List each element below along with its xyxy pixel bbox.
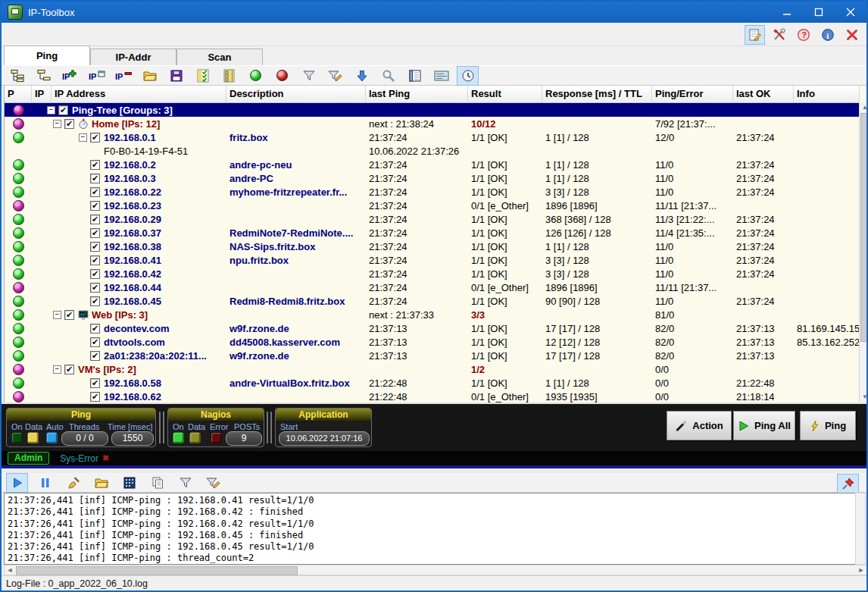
col-last-ping[interactable]: last Ping <box>366 86 468 102</box>
edit-ip-icon[interactable]: IP <box>86 66 108 86</box>
row-checkbox[interactable]: ✔ <box>90 378 100 388</box>
edit-note-icon[interactable] <box>745 25 765 45</box>
col-info[interactable]: Info <box>794 86 860 102</box>
hscroll-thumb[interactable] <box>16 566 298 575</box>
checklist-icon[interactable] <box>192 66 214 86</box>
table-row[interactable]: ✔192.168.0.2921:37:241/1 [OK]368 [368] /… <box>5 212 860 226</box>
table-row[interactable]: ✔2a01:238:20a:202:11...w9f.rzone.de21:37… <box>5 349 860 362</box>
row-checkbox[interactable]: ✔ <box>90 351 100 361</box>
expand-tree-icon[interactable] <box>6 66 28 86</box>
help-icon[interactable]: ? <box>793 25 813 45</box>
maximize-button[interactable] <box>803 2 835 23</box>
col-response[interactable]: Response [ms] / TTL <box>542 86 652 102</box>
open-folder-icon[interactable] <box>90 473 112 493</box>
row-checkbox[interactable]: ✔ <box>64 119 74 129</box>
table-row[interactable]: −✔192.168.0.1fritz.box21:37:241/1 [OK]1 … <box>5 130 860 144</box>
row-checkbox[interactable]: ✔ <box>90 324 100 334</box>
row-checkbox[interactable]: ✔ <box>64 310 74 320</box>
row-checkbox[interactable]: ✔ <box>90 337 100 347</box>
row-checkbox[interactable]: ✔ <box>90 242 100 252</box>
table-row[interactable]: ✔dtvtools.comdd45008.kasserver.com21:37:… <box>5 335 860 349</box>
table-row[interactable]: ✔192.168.0.2andre-pc-neu21:37:241/1 [OK]… <box>5 158 860 171</box>
tools-icon[interactable] <box>769 25 789 45</box>
table-row[interactable]: ✔192.168.0.4221:37:241/1 [OK]3 [3] / 128… <box>5 267 860 280</box>
remove-ip-icon[interactable]: IP <box>112 66 134 86</box>
row-checkbox[interactable]: ✔ <box>90 133 100 143</box>
col-ip[interactable]: IP <box>32 86 52 102</box>
table-row[interactable]: ✔192.168.0.22myhome-fritzrepeater.fr...2… <box>5 185 860 199</box>
action-button[interactable]: Action <box>667 411 732 440</box>
start-icon[interactable] <box>245 66 267 86</box>
table-vertical-scrollbar[interactable]: ▲ ▼ <box>859 102 868 402</box>
row-checkbox[interactable]: ✔ <box>90 201 100 211</box>
row-checkbox[interactable]: ✔ <box>90 187 100 197</box>
exit-icon[interactable] <box>841 25 862 45</box>
row-checkbox[interactable]: ✔ <box>90 269 100 279</box>
col-description[interactable]: Description <box>226 86 366 102</box>
pause-icon[interactable] <box>34 473 56 493</box>
open-folder-icon[interactable] <box>139 66 161 86</box>
table-row[interactable]: ✔192.168.0.58andre-VirtualBox.fritz.box2… <box>5 376 860 390</box>
table-row[interactable]: F0-B0-14-19-F4-5110.06.2022 21:37:26 <box>5 144 860 158</box>
row-checkbox[interactable]: ✔ <box>90 255 100 265</box>
row-checkbox[interactable]: ✔ <box>64 365 74 374</box>
tree-expander[interactable]: − <box>53 365 61 374</box>
note-icon[interactable] <box>430 66 452 86</box>
minimize-button[interactable] <box>771 2 803 23</box>
col-last-ok[interactable]: last OK <box>733 86 794 102</box>
table-row[interactable]: −✔VM's [IPs: 2]1/20/0 <box>5 362 860 376</box>
ping-all-button[interactable]: Ping All <box>733 411 795 440</box>
table-row[interactable]: −✔Web [IPs: 3]next : 21:37:333/381/0 <box>5 308 860 321</box>
row-checkbox[interactable]: ✔ <box>90 228 100 238</box>
table-row[interactable]: ✔decontev.comw9f.rzone.de21:37:131/1 [OK… <box>5 321 860 335</box>
filter-edit-icon[interactable] <box>324 66 346 86</box>
row-checkbox[interactable]: ✔ <box>90 160 100 170</box>
grid-icon[interactable] <box>118 473 140 493</box>
log-output[interactable]: 21:37:26,441 [inf] ICMP-ping : 192.168.0… <box>4 493 857 565</box>
save-icon[interactable] <box>165 66 187 86</box>
log-vertical-scrollbar[interactable] <box>855 493 866 565</box>
table-row[interactable]: ✔192.168.0.2321:37:240/1 [e_Other]1896 [… <box>5 199 860 212</box>
scroll-thumb[interactable] <box>860 113 868 342</box>
pin-icon[interactable] <box>837 474 859 493</box>
list-icon[interactable] <box>218 66 240 86</box>
scroll-up-arrow[interactable]: ▲ <box>860 102 868 113</box>
copy-icon[interactable] <box>146 473 168 493</box>
row-checkbox[interactable]: ✔ <box>90 283 100 293</box>
search-icon[interactable] <box>377 66 399 86</box>
schedule-clock-icon[interactable] <box>457 66 479 86</box>
log-book-icon[interactable] <box>404 66 426 86</box>
row-checkbox[interactable]: ✔ <box>58 105 68 115</box>
collapse-tree-icon[interactable] <box>33 66 55 86</box>
tree-expander[interactable]: − <box>47 106 55 114</box>
filter-icon[interactable] <box>174 473 196 493</box>
tab-ping[interactable]: Ping <box>4 45 90 65</box>
log-horizontal-scrollbar[interactable]: ◄ ► <box>4 565 867 575</box>
tree-expander[interactable]: − <box>79 133 87 142</box>
add-ip-icon[interactable]: IP <box>59 66 81 86</box>
scroll-down-arrow[interactable]: ▼ <box>860 392 868 402</box>
tree-expander[interactable]: − <box>53 120 61 128</box>
table-row[interactable]: ✔192.168.0.6221:22:480/1 [e_Other]1935 [… <box>5 390 860 403</box>
table-row[interactable]: ✔192.168.0.38NAS-Sips.fritz.box21:37:241… <box>5 240 860 253</box>
scroll-left-arrow[interactable]: ◄ <box>5 565 15 575</box>
row-checkbox[interactable]: ✔ <box>90 174 100 183</box>
col-result[interactable]: Result <box>468 86 542 102</box>
table-row[interactable]: ✔192.168.0.3andre-PC21:37:241/1 [OK]1 [1… <box>5 171 860 185</box>
table-row[interactable]: ✔192.168.0.45Redmi8-Redmi8.fritz.box21:3… <box>5 294 860 308</box>
play-icon[interactable] <box>6 473 28 493</box>
row-checkbox[interactable]: ✔ <box>90 215 100 224</box>
row-checkbox[interactable]: ✔ <box>90 296 100 306</box>
tab-ip-addr[interactable]: IP-Addr <box>90 49 176 65</box>
clear-broom-icon[interactable] <box>62 473 84 493</box>
col-ip-address[interactable]: IP Address <box>52 86 226 102</box>
tree-expander[interactable]: − <box>53 311 61 319</box>
tab-scan[interactable]: Scan <box>176 49 263 65</box>
filter-edit-icon[interactable] <box>202 473 224 493</box>
move-down-icon[interactable] <box>351 66 373 86</box>
table-row[interactable]: −✔Ping-Tree [Groups: 3] <box>5 103 860 117</box>
row-checkbox[interactable]: ✔ <box>90 392 100 402</box>
table-row[interactable]: ✔192.168.0.41npu.fritz.box21:37:241/1 [O… <box>5 253 860 267</box>
scroll-right-arrow[interactable]: ► <box>856 565 866 575</box>
close-button[interactable] <box>835 2 866 23</box>
